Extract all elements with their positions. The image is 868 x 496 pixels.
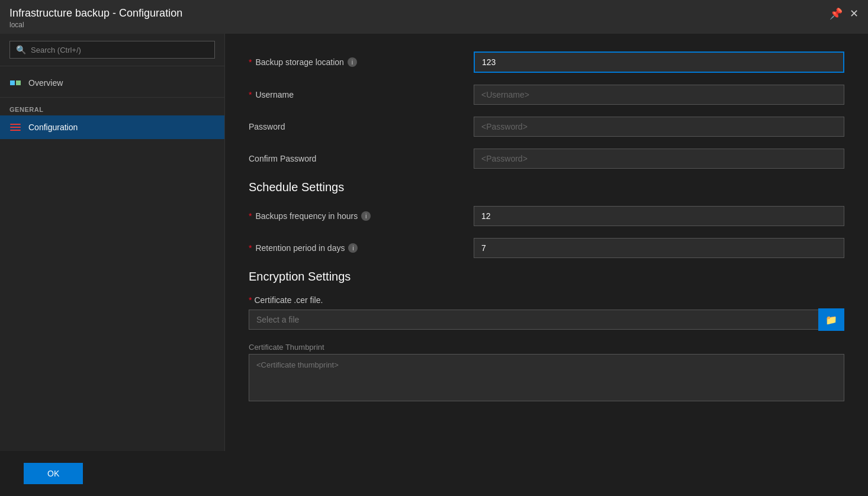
cert-required-star: * [249,295,252,305]
backup-frequency-input[interactable] [474,206,844,226]
file-input-row: 📁 [249,308,844,331]
sidebar-item-configuration[interactable]: Configuration [0,115,224,139]
confirm-password-label-text: Confirm Password [249,154,316,163]
username-label: * Username [249,90,474,99]
cert-file-label-text: Certificate .cer file. [254,295,323,305]
backup-frequency-required-star: * [249,211,252,221]
cert-thumbprint-textarea[interactable] [249,354,844,401]
cert-thumbprint-section: Certificate Thumbprint [249,343,844,404]
username-row: * Username [249,85,844,105]
retention-period-label-text: Retention period in days [255,243,345,253]
retention-period-info-icon[interactable]: i [348,243,358,253]
search-input[interactable] [31,46,208,54]
title-bar: Infrastructure backup - Configuration lo… [0,0,868,34]
backup-storage-row: * Backup storage location i [249,51,844,73]
cert-file-browse-button[interactable]: 📁 [818,308,844,331]
nav-section: Overview GENERAL Configuration [0,66,224,144]
folder-icon: 📁 [825,314,837,326]
retention-period-row: * Retention period in days i [249,238,844,258]
retention-period-input[interactable] [474,238,844,258]
pin-button[interactable]: 📌 [830,7,843,20]
configuration-icon [9,121,21,133]
confirm-password-label: Confirm Password [249,154,474,163]
password-label-text: Password [249,122,285,131]
password-label: Password [249,122,474,131]
content-area: * Backup storage location i * Username P… [225,34,868,451]
footer: OK [0,451,868,496]
confirm-password-row: Confirm Password [249,149,844,169]
password-row: Password [249,117,844,137]
backup-storage-label-text: Backup storage location [255,57,343,67]
main-window: Infrastructure backup - Configuration lo… [0,0,868,496]
main-layout: 🔍 Overview GEN [0,34,868,451]
divider [0,97,224,98]
password-input[interactable] [474,117,844,137]
backup-frequency-label: * Backups frequency in hours i [249,211,474,221]
backup-frequency-info-icon[interactable]: i [361,211,371,221]
close-button[interactable]: ✕ [850,7,859,20]
configuration-label: Configuration [28,123,78,132]
search-icon: 🔍 [16,45,26,54]
ok-button[interactable]: OK [24,463,83,484]
search-input-wrapper[interactable]: 🔍 [9,41,215,59]
encryption-settings-title: Encryption Settings [249,270,844,284]
retention-period-required-star: * [249,243,252,253]
window-title: Infrastructure backup - Configuration [9,7,182,20]
backup-storage-required-star: * [249,57,252,67]
backup-frequency-label-text: Backups frequency in hours [255,211,358,221]
title-bar-left: Infrastructure backup - Configuration lo… [9,7,182,29]
username-input[interactable] [474,85,844,105]
backup-frequency-row: * Backups frequency in hours i [249,206,844,226]
sidebar-item-overview[interactable]: Overview [0,71,224,95]
backup-storage-input[interactable] [474,51,844,73]
cert-file-required-label: * Certificate .cer file. [249,295,844,305]
confirm-password-input[interactable] [474,149,844,169]
cert-file-section: * Certificate .cer file. 📁 [249,295,844,331]
overview-label: Overview [28,78,63,88]
cert-file-input[interactable] [249,310,818,330]
overview-icon [9,77,21,89]
username-required-star: * [249,90,252,99]
retention-period-label: * Retention period in days i [249,243,474,253]
window-subtitle: local [9,21,182,29]
username-label-text: Username [255,90,294,99]
backup-storage-info-icon[interactable]: i [348,57,357,67]
backup-storage-label: * Backup storage location i [249,57,474,67]
section-header-general: GENERAL [0,100,224,115]
search-box: 🔍 [0,34,224,66]
cert-thumbprint-label: Certificate Thumbprint [249,343,844,352]
schedule-settings-title: Schedule Settings [249,181,844,194]
sidebar: 🔍 Overview GEN [0,34,225,451]
title-bar-controls: 📌 ✕ [830,7,859,20]
